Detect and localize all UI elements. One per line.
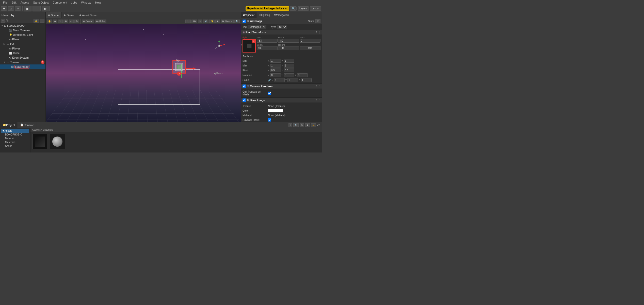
folder-assets[interactable]: ▼ Assets bbox=[1, 129, 29, 133]
hierarchy-lock-btn[interactable]: 🔒 bbox=[34, 19, 39, 23]
canvas-renderer-more-btn[interactable]: ⋮ bbox=[318, 85, 320, 88]
bottom-create-btn[interactable]: + bbox=[288, 123, 292, 127]
hierarchy-item-main-camera[interactable]: 📷 Main Camera bbox=[0, 28, 45, 32]
bottom-favorite-btn[interactable]: ★ bbox=[305, 123, 310, 127]
raw-image-more-btn[interactable]: ⋮ bbox=[318, 99, 320, 101]
pivot-y-input[interactable] bbox=[284, 69, 294, 72]
scene-gizmos-btn[interactable]: ⚙ Gizmos bbox=[221, 20, 234, 23]
scene-tab[interactable]: Scene bbox=[46, 12, 61, 18]
scene-camera-btn[interactable]: 🎥 bbox=[185, 20, 191, 23]
scale-y-input[interactable] bbox=[287, 78, 298, 82]
rect-transform-help-btn[interactable]: ? bbox=[315, 31, 317, 34]
navigation-tab[interactable]: 🗺 Navigation bbox=[272, 12, 291, 18]
collab-btn[interactable]: ⚙ bbox=[15, 6, 21, 11]
asset-thumb-1[interactable] bbox=[33, 134, 48, 149]
canvas-renderer-toggle[interactable] bbox=[243, 84, 246, 88]
anchor-box[interactable]: 2 bbox=[243, 39, 256, 53]
folder-materials[interactable]: Materials bbox=[1, 140, 29, 144]
bottom-search-btn[interactable]: 🔍 bbox=[293, 123, 299, 127]
tag-dropdown[interactable]: Untagged bbox=[248, 25, 266, 29]
hierarchy-item-rawimage[interactable]: 🖼 RawImage bbox=[0, 64, 45, 69]
search-btn[interactable]: 🔍 bbox=[290, 6, 297, 11]
scene-tool-hand[interactable]: ✋ bbox=[47, 20, 52, 23]
menu-assets[interactable]: Assets bbox=[19, 1, 31, 4]
menu-gameobject[interactable]: GameObject bbox=[31, 1, 51, 4]
width-input[interactable] bbox=[257, 46, 278, 50]
scene-tool-custom[interactable]: ⚙ bbox=[74, 20, 79, 23]
scene-tool-move[interactable]: ✥ bbox=[53, 20, 57, 23]
raw-image-header[interactable]: 🖼 Raw Image ? ⋮ bbox=[241, 98, 322, 103]
lighting-tab[interactable]: ☀ Lighting bbox=[257, 12, 272, 18]
scene-fx-btn[interactable]: ✨ bbox=[209, 20, 215, 23]
asset-thumb-2[interactable] bbox=[50, 134, 65, 149]
asset-store-tab[interactable]: Asset Store bbox=[77, 12, 99, 18]
canvas-renderer-help-btn[interactable]: ? bbox=[315, 85, 317, 88]
project-tab[interactable]: 📁 Project bbox=[0, 122, 18, 128]
scene-tool-rect[interactable]: ▭ bbox=[69, 20, 74, 23]
menu-help[interactable]: Help bbox=[93, 1, 103, 4]
menu-icon-btn[interactable]: ☰ bbox=[1, 6, 7, 11]
pause-btn[interactable]: ⏸ bbox=[33, 6, 41, 11]
scene-tool-rotate[interactable]: ↻ bbox=[58, 20, 63, 23]
hierarchy-more-btn[interactable]: ⋮ bbox=[40, 19, 44, 23]
hierarchy-item-tvg[interactable]: ▶ ▭ TVG bbox=[0, 42, 45, 46]
blueprint-btn[interactable]: ⊞⊞ bbox=[300, 46, 320, 50]
scale-x-input[interactable] bbox=[274, 78, 285, 82]
scene-grid-btn[interactable]: ⊞ bbox=[215, 20, 220, 23]
scene-light-btn[interactable]: ☀ bbox=[198, 20, 202, 23]
rot-y-input[interactable] bbox=[284, 73, 294, 77]
hierarchy-item-player[interactable]: ▭ Player bbox=[0, 46, 45, 51]
menu-file[interactable]: File bbox=[1, 1, 10, 4]
height-input[interactable] bbox=[278, 46, 299, 50]
hierarchy-item-directional-light[interactable]: 💡 Directional Light bbox=[0, 32, 45, 37]
max-x-input[interactable] bbox=[270, 64, 281, 67]
step-btn[interactable]: ⏭ bbox=[42, 6, 50, 11]
canvas-renderer-header[interactable]: ⊞ Canvas Renderer ? ⋮ bbox=[241, 84, 322, 89]
rect-transform-more-btn[interactable]: ⋮ bbox=[318, 31, 320, 34]
scene-global-btn[interactable]: ⊕ Global bbox=[95, 20, 107, 23]
hierarchy-item-canvas[interactable]: ▼ ▭ Canvas 1 bbox=[0, 60, 45, 64]
raycast-target-checkbox[interactable] bbox=[268, 118, 271, 122]
pivot-x-input[interactable] bbox=[270, 69, 281, 72]
pos-z-input[interactable] bbox=[300, 39, 320, 43]
rot-x-input[interactable] bbox=[270, 73, 281, 77]
bottom-lock-btn[interactable]: 🔒 bbox=[311, 123, 316, 127]
layers-btn[interactable]: Layers bbox=[298, 6, 309, 11]
game-tab[interactable]: Game bbox=[61, 12, 77, 18]
menu-window[interactable]: Window bbox=[79, 1, 93, 4]
color-swatch[interactable] bbox=[268, 109, 283, 112]
scene-2d-btn[interactable]: 2D bbox=[191, 20, 197, 23]
min-x-input[interactable] bbox=[270, 59, 281, 63]
folder-boxophobic[interactable]: BOXOPHOBIC bbox=[1, 133, 29, 137]
experimental-packages-btn[interactable]: Experimental Packages In Use ▼ bbox=[246, 6, 289, 11]
scene-pivot-btn[interactable]: ⊕ Center bbox=[82, 20, 94, 23]
hierarchy-add-btn[interactable]: + bbox=[1, 19, 5, 23]
menu-edit[interactable]: Edit bbox=[10, 1, 19, 4]
min-y-input[interactable] bbox=[284, 59, 294, 63]
rect-transform-header[interactable]: ⊞ Rect Transform ? ⋮ bbox=[241, 30, 322, 35]
scale-z-input[interactable] bbox=[301, 78, 312, 82]
max-y-input[interactable] bbox=[284, 64, 294, 67]
scene-audio-btn[interactable]: 🔊 bbox=[203, 20, 208, 23]
folder-scene[interactable]: Scene bbox=[1, 144, 29, 148]
scene-root-item[interactable]: ▼ ⊞ SampleScene* bbox=[0, 23, 45, 28]
static-dropdown-btn[interactable]: ▼ bbox=[315, 19, 320, 23]
inspector-tab[interactable]: ℹ Inspector bbox=[241, 12, 257, 18]
menu-component[interactable]: Component bbox=[51, 1, 69, 4]
object-active-checkbox[interactable] bbox=[243, 20, 246, 23]
layer-dropdown[interactable]: UI bbox=[277, 25, 287, 29]
raw-image-toggle[interactable] bbox=[243, 98, 246, 102]
play-btn[interactable]: ▶ bbox=[24, 6, 31, 11]
layout-btn[interactable]: Layout bbox=[310, 6, 321, 11]
scene-search-btn[interactable]: 🔍 bbox=[234, 20, 240, 23]
hierarchy-item-cube[interactable]: ⬜ Cube bbox=[0, 51, 45, 55]
folder-material[interactable]: Material bbox=[1, 137, 29, 140]
console-tab[interactable]: 📋 Console bbox=[18, 122, 37, 128]
pos-y-input[interactable] bbox=[278, 39, 299, 43]
scene-tool-scale[interactable]: ⊞ bbox=[63, 20, 68, 23]
cloud-btn[interactable]: ☁ bbox=[8, 6, 14, 11]
menu-jobs[interactable]: Jobs bbox=[69, 1, 79, 4]
hierarchy-item-plane[interactable]: ▭ Plane bbox=[0, 37, 45, 42]
cull-checkbox[interactable] bbox=[268, 92, 271, 95]
hierarchy-item-eventsystem[interactable]: ⚙ EventSystem bbox=[0, 55, 45, 60]
